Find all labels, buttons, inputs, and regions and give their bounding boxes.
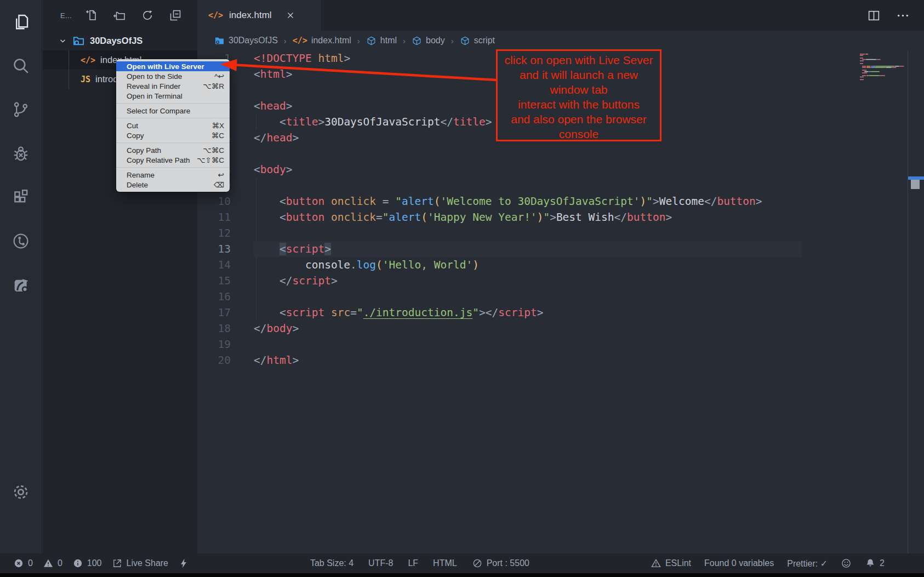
breadcrumb-item-index-html[interactable]: </>index.html bbox=[293, 36, 351, 45]
explorer-icon bbox=[12, 13, 30, 31]
activity-item-source-graph[interactable] bbox=[0, 219, 42, 263]
explorer-header: E... bbox=[43, 0, 197, 31]
status-item-tab-size-4[interactable]: Tab Size: 4 bbox=[310, 558, 353, 568]
close-icon[interactable] bbox=[286, 10, 295, 20]
line-number: 17 bbox=[197, 305, 231, 321]
more-actions-icon[interactable] bbox=[896, 9, 910, 22]
status-item-port-5500[interactable]: Port : 5500 bbox=[472, 558, 529, 569]
line-number: 10 bbox=[197, 193, 231, 209]
activity-item-run-debug[interactable] bbox=[0, 132, 42, 175]
status-item-prettier-[interactable]: Prettier: ✓ bbox=[787, 558, 828, 569]
line-content: <!DOCTYPE html> bbox=[231, 50, 350, 66]
cube-icon bbox=[366, 36, 377, 46]
status-item-utf-8[interactable]: UTF-8 bbox=[368, 558, 393, 568]
line-content: console.log('Hello, World') bbox=[231, 257, 479, 273]
menu-item-shortcut: ⌥⌘R bbox=[203, 82, 224, 90]
status-item-label: Port : 5500 bbox=[487, 558, 529, 568]
activity-item-extensions[interactable] bbox=[0, 175, 42, 219]
status-item-label: Prettier: ✓ bbox=[787, 558, 828, 569]
breadcrumb-label: index.html bbox=[311, 36, 351, 45]
line-content: </script> bbox=[231, 273, 338, 289]
menu-item-label: Copy Relative Path bbox=[127, 156, 190, 164]
warning-outline-icon bbox=[651, 558, 661, 569]
breadcrumb-separator: › bbox=[450, 36, 455, 45]
bolt-icon bbox=[178, 558, 189, 569]
status-item-html[interactable]: HTML bbox=[433, 558, 457, 568]
status-item-2[interactable]: 2 bbox=[865, 558, 885, 569]
status-item-100[interactable]: 100 bbox=[72, 558, 102, 569]
menu-item-copy-relative-path[interactable]: Copy Relative Path⌥⇧⌘C bbox=[116, 155, 230, 165]
menu-item-copy[interactable]: Copy⌘C bbox=[116, 130, 230, 140]
tree-item-root-folder[interactable]: 30DaysOfJS bbox=[43, 31, 197, 50]
code-line-1: 1<!DOCTYPE html> bbox=[197, 50, 924, 66]
scrollbar-slider[interactable] bbox=[911, 180, 920, 189]
activity-item-settings[interactable] bbox=[0, 481, 42, 504]
menu-item-cut[interactable]: Cut⌘X bbox=[116, 121, 230, 130]
line-number: 13 bbox=[197, 241, 231, 257]
split-editor-icon[interactable] bbox=[867, 9, 881, 22]
menu-item-delete[interactable]: Delete⌫ bbox=[116, 180, 230, 190]
line-content: </html> bbox=[231, 352, 299, 368]
menu-item-label: Select for Compare bbox=[127, 107, 224, 115]
status-item-0[interactable]: 0 bbox=[43, 558, 62, 569]
code-line-17: 17 <script src="./introduction.js"></scr… bbox=[197, 305, 924, 321]
menu-item-open-with-live-server[interactable]: Open with Live Server bbox=[116, 61, 230, 71]
minimap[interactable] bbox=[858, 52, 906, 83]
status-item-found-0-variables[interactable]: Found 0 variables bbox=[704, 558, 774, 568]
tab-index-html[interactable]: </> index.html bbox=[197, 0, 321, 31]
status-item-eslint[interactable]: ESLint bbox=[651, 558, 691, 569]
collapse-all-icon[interactable] bbox=[169, 9, 182, 22]
activity-item-source-control[interactable] bbox=[0, 88, 42, 132]
code-editor[interactable]: 1<!DOCTYPE html>2<html>34<head>5 <title>… bbox=[197, 50, 924, 553]
line-content bbox=[231, 225, 254, 241]
breadcrumb-label: script bbox=[474, 36, 495, 45]
menu-item-shortcut: ↩ bbox=[218, 170, 224, 179]
menu-separator bbox=[116, 142, 230, 143]
line-number: 14 bbox=[197, 257, 231, 273]
menu-item-rename[interactable]: Rename↩ bbox=[116, 170, 230, 180]
activity-item-search[interactable] bbox=[0, 44, 42, 88]
new-folder-icon[interactable] bbox=[113, 9, 126, 22]
code-line-13: 13 <script> bbox=[197, 241, 924, 257]
breadcrumb-separator: › bbox=[402, 36, 407, 45]
breadcrumb-item-30DaysOfJS[interactable]: 30DaysOfJS bbox=[214, 36, 278, 46]
menu-item-open-to-the-side[interactable]: Open to the Side^↩ bbox=[116, 71, 230, 81]
menu-item-select-for-compare[interactable]: Select for Compare bbox=[116, 106, 230, 116]
breadcrumb-item-body[interactable]: body bbox=[412, 36, 445, 46]
status-item-smiley[interactable] bbox=[841, 558, 852, 569]
menu-item-shortcut: ⌥⇧⌘C bbox=[197, 156, 224, 164]
warning-filled-icon bbox=[43, 558, 54, 569]
line-content: </head> bbox=[231, 130, 299, 146]
status-item-lf[interactable]: LF bbox=[408, 558, 418, 568]
menu-item-reveal-in-finder[interactable]: Reveal in Finder⌥⌘R bbox=[116, 81, 230, 91]
bell-icon bbox=[865, 558, 876, 569]
status-item-label: Found 0 variables bbox=[704, 558, 774, 568]
status-item-0[interactable]: 0 bbox=[13, 558, 33, 569]
status-item-label: UTF-8 bbox=[368, 558, 393, 568]
new-file-icon[interactable] bbox=[85, 9, 98, 22]
run-debug-icon bbox=[12, 144, 30, 163]
menu-item-copy-path[interactable]: Copy Path⌥⌘C bbox=[116, 145, 230, 155]
menu-item-label: Cut bbox=[127, 122, 205, 130]
breadcrumb-item-html[interactable]: html bbox=[366, 36, 397, 46]
code-line-8: 8<body> bbox=[197, 162, 924, 178]
code-line-11: 11 <button onclick="alert('Happy New Yea… bbox=[197, 209, 924, 225]
code-line-10: 10 <button onclick = "alert('Welcome to … bbox=[197, 193, 924, 209]
breadcrumb-item-script[interactable]: script bbox=[460, 36, 495, 46]
context-menu: Open with Live ServerOpen to the Side^↩R… bbox=[116, 59, 230, 192]
activity-item-live-share[interactable] bbox=[0, 263, 42, 307]
tree-indent-guide bbox=[69, 50, 69, 89]
editor-group: </> index.html 30DaysOfJS›</>index.html›… bbox=[197, 0, 924, 553]
breadcrumb-separator: › bbox=[283, 36, 288, 45]
menu-item-shortcut: ^↩ bbox=[214, 72, 224, 81]
menu-item-open-in-terminal[interactable]: Open in Terminal bbox=[116, 91, 230, 101]
overview-ruler-divider bbox=[908, 50, 908, 553]
status-item-live-share[interactable]: Live Share bbox=[112, 558, 169, 569]
code-line-19: 19 bbox=[197, 336, 924, 352]
status-item-bolt[interactable] bbox=[178, 558, 189, 569]
explorer-title: E... bbox=[60, 12, 72, 20]
refresh-icon[interactable] bbox=[141, 9, 154, 22]
status-item-label: 0 bbox=[58, 558, 62, 568]
smiley-icon bbox=[841, 558, 852, 569]
activity-item-explorer[interactable] bbox=[0, 0, 42, 44]
